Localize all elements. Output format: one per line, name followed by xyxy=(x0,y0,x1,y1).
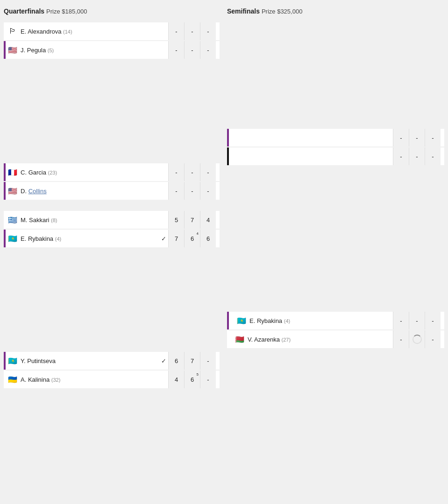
sf1-p1-scores: - - - xyxy=(393,129,441,147)
qf4-p1-scores: 6 7 - xyxy=(168,352,216,370)
qf-match-4: 🇰🇿 Y. Putintseva ✓ 6 7 - 🇺🇦 A. Kalinina … xyxy=(4,352,220,389)
left-accent xyxy=(4,182,6,200)
score-cell: - xyxy=(200,22,216,40)
score-cell: - xyxy=(200,163,216,181)
sf2-player2: 🇧🇾 V. Azarenka (27) - - xyxy=(227,330,444,348)
loading-spinner xyxy=(412,335,422,344)
score-cell: - xyxy=(425,312,441,329)
sf2-p2-name: V. Azarenka (27) xyxy=(248,336,393,343)
qf1-player2-row: 🇺🇸 J. Pegula (5) - - - xyxy=(4,41,220,59)
qf2-p2-scores: - - - xyxy=(168,182,216,200)
semifinals-column: Semifinals Prize $325,000 - - - xyxy=(223,0,448,504)
qf4-p1-flag: 🇰🇿 xyxy=(7,357,18,364)
qf3-p2-name: E. Rybakina (4) xyxy=(21,235,161,242)
qf3-player2-row: 🇰🇿 E. Rybakina (4) ✓ 7 64 6 xyxy=(4,230,220,247)
qf3-p2-flag: 🇰🇿 xyxy=(7,235,18,242)
sf1-player1: - - - xyxy=(229,129,444,147)
sf1-player1-row: - - - xyxy=(227,129,444,147)
score-cell: - xyxy=(200,41,216,59)
score-cell: - xyxy=(200,182,216,200)
sf2-p2-scores: - - xyxy=(393,330,441,348)
qf3-p1-flag: 🇬🇷 xyxy=(7,217,18,224)
sf2-p1-scores: - - - xyxy=(393,312,441,329)
qf1-p2-scores: - - - xyxy=(168,41,216,59)
score-cell: - xyxy=(200,371,216,388)
score-cell: - xyxy=(393,129,409,147)
score-cell: 65 xyxy=(184,371,200,388)
qf3-player1-row: 🇬🇷 M. Sakkari (8) 5 7 4 xyxy=(4,211,220,229)
qf2-player2-row: 🇺🇸 D. Collins - - - xyxy=(4,182,220,200)
qf1-player2: 🇺🇸 J. Pegula (5) - - - xyxy=(4,41,220,59)
score-cell: - xyxy=(184,182,200,200)
spacer xyxy=(227,167,444,312)
spacer xyxy=(4,249,220,352)
collins-link[interactable]: Collins xyxy=(28,188,47,195)
sf2-player1-row: 🇰🇿 E. Rybakina (4) - - - xyxy=(227,312,444,329)
qf2-p2-flag: 🇺🇸 xyxy=(7,188,18,195)
qf4-p1-name: Y. Putintseva xyxy=(21,357,161,364)
quarterfinals-column: Quarterfinals Prize $185,000 🏳 E. Alexan… xyxy=(0,0,223,504)
qf1-player1-row: 🏳 E. Alexandrova (14) - - - xyxy=(4,22,220,40)
qf1-player1: 🏳 E. Alexandrova (14) - - - xyxy=(4,22,220,40)
qf2-p1-flag: 🇫🇷 xyxy=(7,169,18,176)
score-cell: 7 xyxy=(184,352,200,370)
winner-check: ✓ xyxy=(161,235,166,242)
sf-header: Semifinals Prize $325,000 xyxy=(227,5,444,18)
score-cell: - xyxy=(168,182,184,200)
tournament-bracket: Quarterfinals Prize $185,000 🏳 E. Alexan… xyxy=(0,0,448,504)
score-cell: - xyxy=(393,147,409,165)
winner-check: ✓ xyxy=(161,357,166,364)
sf1-player2: - - - xyxy=(227,147,444,165)
score-cell: - xyxy=(200,352,216,370)
score-cell: 7 xyxy=(168,230,184,247)
score-cell: - xyxy=(425,330,441,348)
qf-prize: Prize $185,000 xyxy=(46,8,87,15)
sf-match-1: - - - - - - xyxy=(227,129,444,166)
score-cell: - xyxy=(409,129,425,147)
score-cell: - xyxy=(184,41,200,59)
qf-match-1: 🏳 E. Alexandrova (14) - - - 🇺🇸 J. Pegula… xyxy=(4,22,220,60)
qf4-player1-row: 🇰🇿 Y. Putintseva ✓ 6 7 - xyxy=(4,352,220,370)
score-cell: - xyxy=(184,22,200,40)
sf-title: Semifinals xyxy=(227,7,260,15)
score-cell: - xyxy=(168,41,184,59)
qf3-p2-scores: 7 64 6 xyxy=(168,230,216,247)
qf1-p2-flag: 🇺🇸 xyxy=(7,47,18,54)
qf3-player1: 🇬🇷 M. Sakkari (8) 5 7 4 xyxy=(4,211,220,229)
qf-header: Quarterfinals Prize $185,000 xyxy=(4,5,220,18)
sf2-p2-flag: 🇧🇾 xyxy=(235,336,245,343)
score-cell: - xyxy=(425,129,441,147)
qf2-player2: 🇺🇸 D. Collins - - - xyxy=(4,182,220,200)
qf1-p1-scores: - - - xyxy=(168,22,216,40)
qf4-player1: 🇰🇿 Y. Putintseva ✓ 6 7 - xyxy=(4,352,220,370)
score-cell: - xyxy=(393,330,409,348)
spacer xyxy=(4,61,220,163)
qf4-p2-flag: 🇺🇦 xyxy=(7,376,18,383)
qf4-player2-row: 🇺🇦 A. Kalinina (32) 4 65 - xyxy=(4,371,220,388)
score-cell: 6 xyxy=(168,352,184,370)
qf2-player1-row: 🇫🇷 C. Garcia (23) - - - xyxy=(4,163,220,181)
spacer xyxy=(227,22,444,129)
score-cell: - xyxy=(393,312,409,329)
score-cell xyxy=(409,330,425,348)
score-cell: 6 xyxy=(200,230,216,247)
sf-prize: Prize $325,000 xyxy=(262,8,302,15)
score-cell: - xyxy=(409,147,425,165)
qf2-p2-name: D. Collins xyxy=(21,188,168,195)
sf1-player2-row: - - - xyxy=(227,147,444,165)
left-accent xyxy=(4,230,6,247)
qf1-p1-flag: 🏳 xyxy=(7,28,18,35)
score-cell: 4 xyxy=(168,371,184,388)
sf-match-2: 🇰🇿 E. Rybakina (4) - - - 🇧🇾 V. Azarenka … xyxy=(227,312,444,349)
left-accent xyxy=(4,163,6,181)
qf-title: Quarterfinals xyxy=(4,7,44,15)
qf4-p2-name: A. Kalinina (32) xyxy=(21,376,168,383)
score-cell: 4 xyxy=(200,211,216,229)
qf3-p1-name: M. Sakkari (8) xyxy=(21,217,168,224)
score-cell: - xyxy=(168,22,184,40)
sf2-p1-name: E. Rybakina (4) xyxy=(249,317,393,324)
score-cell: 5 xyxy=(168,211,184,229)
qf4-p2-scores: 4 65 - xyxy=(168,371,216,388)
score-cell: 7 xyxy=(184,211,200,229)
sf2-player1: 🇰🇿 E. Rybakina (4) - - - xyxy=(229,312,444,329)
